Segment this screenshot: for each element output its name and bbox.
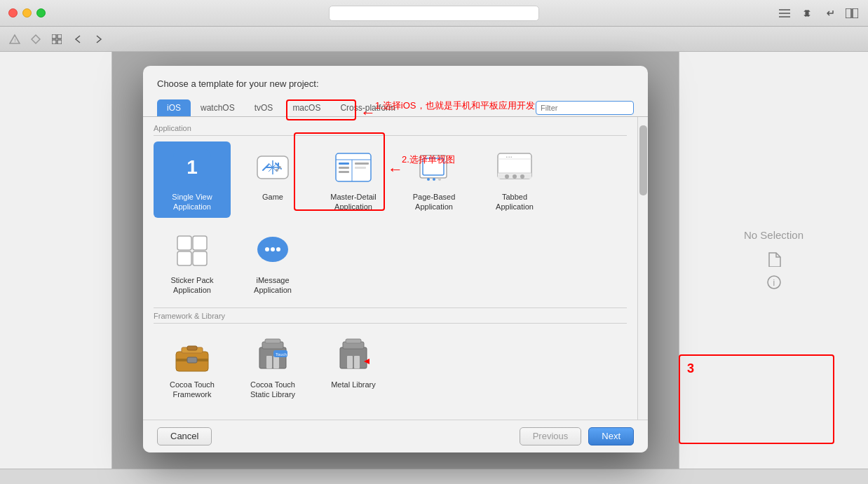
svg-text:Touch: Touch xyxy=(276,352,287,357)
title-search-bar xyxy=(329,6,539,21)
page-based-icon xyxy=(414,147,454,188)
application-section-label: Application xyxy=(154,124,627,136)
svg-rect-62 xyxy=(346,339,361,343)
scrollbar-thumb[interactable] xyxy=(639,125,647,195)
svg-rect-43 xyxy=(193,251,207,265)
scrollbar[interactable] xyxy=(637,117,648,420)
svg-rect-42 xyxy=(177,251,191,265)
svg-rect-8 xyxy=(57,34,62,39)
svg-rect-9 xyxy=(52,40,56,44)
dialog-title: Choose a template for your new project: xyxy=(157,78,634,89)
titlebar-right xyxy=(777,6,860,21)
framework-section-label: Framework & Library xyxy=(154,312,627,324)
tabbed-icon: • • • xyxy=(494,147,535,188)
svg-rect-60 xyxy=(340,347,367,368)
svg-rect-24 xyxy=(355,163,369,165)
section-divider xyxy=(154,307,627,308)
master-detail-template[interactable]: Master-DetailApplication xyxy=(315,141,392,218)
svg-rect-41 xyxy=(193,236,207,250)
tab-watchos[interactable]: watchOS xyxy=(191,99,245,116)
right-panel-icon-info: i xyxy=(766,275,782,292)
cocoa-framework-icon xyxy=(172,335,212,375)
grid-icon[interactable] xyxy=(49,32,65,47)
svg-rect-20 xyxy=(339,163,349,165)
diamond-icon xyxy=(28,32,43,47)
back-btn[interactable] xyxy=(70,32,86,47)
master-detail-icon xyxy=(333,147,374,188)
svg-point-47 xyxy=(276,247,280,251)
svg-rect-56 xyxy=(266,356,272,368)
svg-rect-10 xyxy=(57,40,62,44)
forward-btn[interactable] xyxy=(91,32,107,47)
svg-point-35 xyxy=(505,174,509,179)
new-project-dialog: Choose a template for your new project: … xyxy=(143,66,648,452)
toolbar: ! xyxy=(0,27,868,52)
cocoa-static-label: Cocoa TouchStatic Library xyxy=(250,380,295,400)
page-based-label: Page-BasedApplication xyxy=(413,192,456,212)
metal-library-label: Metal Library xyxy=(331,380,376,389)
filter-input[interactable] xyxy=(536,101,634,115)
metal-library-icon xyxy=(333,335,374,375)
next-button[interactable]: Next xyxy=(588,427,634,445)
svg-point-28 xyxy=(427,178,430,181)
game-template[interactable]: Game xyxy=(234,141,311,218)
single-view-template[interactable]: 1 Single ViewApplication xyxy=(154,141,231,218)
right-panel: No Selection i xyxy=(679,52,868,469)
template-content: Application 1 Single ViewApplication xyxy=(143,117,637,420)
svg-rect-21 xyxy=(339,167,349,169)
return-icon[interactable] xyxy=(822,6,837,21)
previous-button[interactable]: Previous xyxy=(520,427,582,445)
imessage-label: iMessageApplication xyxy=(254,275,292,296)
lines-icon[interactable] xyxy=(777,6,792,21)
master-detail-label: Master-DetailApplication xyxy=(330,192,376,212)
dialog-header: Choose a template for your new project: xyxy=(143,66,648,96)
tabbed-template[interactable]: • • • TabbedApplication xyxy=(476,141,553,218)
svg-rect-52 xyxy=(187,357,197,363)
svg-rect-64 xyxy=(354,356,360,368)
framework-grid: Cocoa TouchFramework xyxy=(154,329,627,406)
single-view-icon: 1 xyxy=(172,147,212,188)
svg-rect-63 xyxy=(347,356,353,368)
tab-cross-platform[interactable]: Cross-platform xyxy=(330,99,405,116)
metal-library-template[interactable]: Metal Library xyxy=(315,329,392,406)
no-selection-label: No Selection xyxy=(744,229,803,241)
bottom-bar xyxy=(0,469,868,484)
svg-rect-50 xyxy=(187,346,197,350)
cocoa-framework-label: Cocoa TouchFramework xyxy=(170,380,215,400)
imessage-template[interactable]: iMessageApplication xyxy=(234,225,311,301)
filter-area xyxy=(536,101,634,115)
cancel-button[interactable]: Cancel xyxy=(157,427,212,445)
sticker-pack-icon xyxy=(172,230,212,271)
maximize-button[interactable] xyxy=(36,8,46,18)
tabbed-label: TabbedApplication xyxy=(496,192,534,212)
main-content: Choose a template for your new project: … xyxy=(112,52,679,469)
svg-rect-4 xyxy=(846,8,851,18)
link-icon[interactable] xyxy=(799,6,815,21)
cocoa-framework-template[interactable]: Cocoa TouchFramework xyxy=(154,329,231,406)
sticker-pack-label: Sticker PackApplication xyxy=(170,275,213,296)
page-based-template[interactable]: Page-BasedApplication xyxy=(395,141,473,218)
right-panel-icon-file xyxy=(766,251,782,269)
tab-ios[interactable]: iOS xyxy=(157,99,191,116)
svg-point-45 xyxy=(265,247,269,251)
svg-text:!: ! xyxy=(15,37,16,43)
tab-macos[interactable]: macOS xyxy=(283,99,330,116)
svg-rect-7 xyxy=(52,34,56,39)
game-label: Game xyxy=(262,192,283,202)
tab-bar: iOS watchOS tvOS macOS Cross-platform xyxy=(143,96,648,117)
minimize-button[interactable] xyxy=(22,8,32,18)
close-button[interactable] xyxy=(8,8,18,18)
svg-rect-27 xyxy=(423,158,444,175)
tab-tvos[interactable]: tvOS xyxy=(245,99,283,116)
split-view-icon[interactable] xyxy=(844,6,860,21)
svg-point-30 xyxy=(438,178,441,181)
svg-rect-55 xyxy=(265,339,280,343)
svg-text:• • •: • • • xyxy=(506,155,512,159)
sticker-pack-template[interactable]: Sticker PackApplication xyxy=(154,225,231,301)
cocoa-static-template[interactable]: Touch Cocoa TouchStatic Library xyxy=(234,329,311,406)
application-grid-2: Sticker PackApplication xyxy=(154,225,627,301)
content-area: Choose a template for your new project: … xyxy=(0,52,868,469)
imessage-icon xyxy=(252,230,293,271)
svg-rect-25 xyxy=(355,167,366,169)
svg-text:i: i xyxy=(773,278,775,288)
